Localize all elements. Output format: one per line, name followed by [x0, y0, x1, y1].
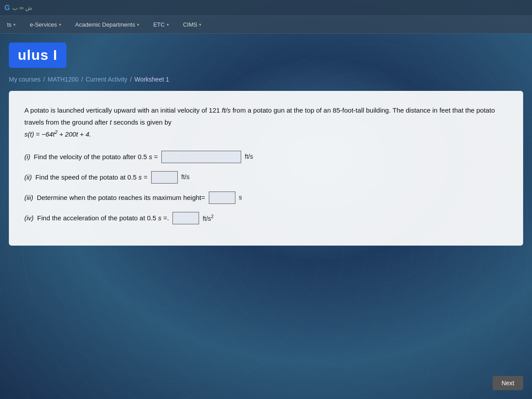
browser-text: ش ∞ ب — [12, 4, 32, 11]
unit-label-ii: ft/s — [181, 172, 190, 183]
breadcrumb-sep-2: / — [81, 76, 83, 83]
breadcrumb-current-activity[interactable]: Current Activity — [86, 76, 127, 83]
breadcrumb-math1200[interactable]: MATH1200 — [47, 76, 78, 83]
nav-label-eservices: e-Services — [30, 21, 57, 28]
problem-equation: s(t) = −64t2 + 200t + 4. — [24, 130, 91, 138]
nav-item-eservices[interactable]: e-Services ▾ — [27, 20, 63, 30]
nav-item-etc[interactable]: ETC ▾ — [151, 20, 172, 30]
unit-label-iv: ft/s2 — [203, 212, 214, 224]
question-text-iii: Determine when the potato reaches its ma… — [37, 192, 205, 203]
breadcrumb-mycourses[interactable]: My courses — [9, 76, 41, 83]
nav-label-cims: CIMS — [183, 21, 198, 28]
nav-item-cims[interactable]: CIMS ▾ — [180, 20, 204, 30]
nav-label-academic: Academic Departments — [75, 21, 135, 28]
problem-text-body: A potato is launched vertically upward w… — [24, 106, 495, 126]
breadcrumb: My courses / MATH1200 / Current Activity… — [0, 72, 532, 86]
nav-item-academic[interactable]: Academic Departments ▾ — [73, 20, 142, 30]
nav-label-ts: ts — [7, 21, 12, 28]
question-label-i: (i) — [24, 151, 30, 163]
problem-description: A potato is launched vertically upward w… — [24, 104, 508, 140]
nav-bar: ts ▾ e-Services ▾ Academic Departments ▾… — [0, 16, 532, 34]
browser-icon: G — [4, 4, 10, 12]
answer-input-i[interactable] — [161, 151, 241, 163]
nav-arrow-ts: ▾ — [13, 22, 16, 27]
question-label-iv: (iv) — [24, 212, 34, 224]
browser-bar: G ش ∞ ب — [0, 0, 532, 16]
nav-arrow-eservices: ▾ — [59, 22, 61, 27]
question-text-i: Find the velocity of the potato after 0.… — [34, 151, 158, 163]
question-row-iv: (iv) Find the acceleration of the potato… — [24, 212, 508, 224]
answer-input-ii[interactable] — [151, 171, 178, 184]
breadcrumb-sep-1: / — [43, 76, 45, 83]
answer-input-iv[interactable] — [172, 212, 199, 224]
question-label-ii: (ii) — [24, 172, 32, 183]
nav-arrow-cims: ▾ — [199, 22, 201, 27]
nav-label-etc: ETC — [153, 21, 165, 28]
unit-label-i: ft/s — [245, 152, 253, 162]
question-text-ii: Find the speed of the potato at 0.5 s = — [35, 172, 148, 183]
page-title: ulus I — [9, 43, 66, 68]
question-row-iii: (iii) Determine when the potato reaches … — [24, 192, 508, 204]
unit-label-iii: s — [239, 192, 242, 203]
next-button[interactable]: Next — [493, 376, 523, 390]
question-row-i: (i) Find the velocity of the potato afte… — [24, 151, 508, 163]
breadcrumb-sep-3: / — [130, 76, 132, 83]
nav-arrow-etc: ▾ — [167, 22, 169, 27]
breadcrumb-worksheet1: Worksheet 1 — [134, 76, 169, 83]
question-label-iii: (iii) — [24, 192, 33, 203]
question-text-iv: Find the acceleration of the potato at 0… — [37, 212, 169, 224]
nav-arrow-academic: ▾ — [137, 22, 139, 27]
answer-input-iii[interactable] — [209, 192, 235, 204]
page-title-banner: ulus I — [0, 34, 532, 72]
question-row-ii: (ii) Find the speed of the potato at 0.5… — [24, 171, 508, 184]
main-content: A potato is launched vertically upward w… — [9, 91, 523, 246]
nav-item-ts[interactable]: ts ▾ — [4, 20, 18, 30]
next-button-area: Next — [493, 376, 523, 390]
